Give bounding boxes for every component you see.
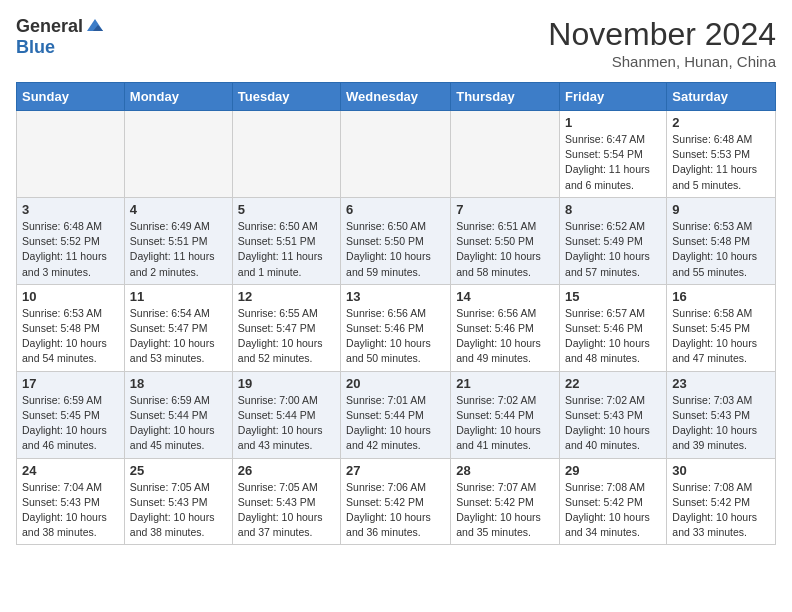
calendar-week-3: 10Sunrise: 6:53 AM Sunset: 5:48 PM Dayli… <box>17 284 776 371</box>
day-info: Sunrise: 7:07 AM Sunset: 5:42 PM Dayligh… <box>456 480 554 541</box>
calendar-cell: 27Sunrise: 7:06 AM Sunset: 5:42 PM Dayli… <box>341 458 451 545</box>
day-info: Sunrise: 6:48 AM Sunset: 5:52 PM Dayligh… <box>22 219 119 280</box>
day-info: Sunrise: 7:00 AM Sunset: 5:44 PM Dayligh… <box>238 393 335 454</box>
calendar-cell: 10Sunrise: 6:53 AM Sunset: 5:48 PM Dayli… <box>17 284 125 371</box>
day-number: 9 <box>672 202 770 217</box>
day-number: 22 <box>565 376 661 391</box>
day-number: 29 <box>565 463 661 478</box>
weekday-header-row: SundayMondayTuesdayWednesdayThursdayFrid… <box>17 83 776 111</box>
day-number: 4 <box>130 202 227 217</box>
calendar-cell: 8Sunrise: 6:52 AM Sunset: 5:49 PM Daylig… <box>560 197 667 284</box>
day-number: 6 <box>346 202 445 217</box>
calendar-week-2: 3Sunrise: 6:48 AM Sunset: 5:52 PM Daylig… <box>17 197 776 284</box>
calendar-cell <box>124 111 232 198</box>
day-info: Sunrise: 7:08 AM Sunset: 5:42 PM Dayligh… <box>672 480 770 541</box>
day-number: 10 <box>22 289 119 304</box>
calendar-cell: 25Sunrise: 7:05 AM Sunset: 5:43 PM Dayli… <box>124 458 232 545</box>
day-number: 18 <box>130 376 227 391</box>
day-info: Sunrise: 6:53 AM Sunset: 5:48 PM Dayligh… <box>22 306 119 367</box>
day-number: 1 <box>565 115 661 130</box>
calendar-cell: 2Sunrise: 6:48 AM Sunset: 5:53 PM Daylig… <box>667 111 776 198</box>
day-info: Sunrise: 6:57 AM Sunset: 5:46 PM Dayligh… <box>565 306 661 367</box>
day-number: 8 <box>565 202 661 217</box>
calendar-cell: 24Sunrise: 7:04 AM Sunset: 5:43 PM Dayli… <box>17 458 125 545</box>
calendar-cell: 17Sunrise: 6:59 AM Sunset: 5:45 PM Dayli… <box>17 371 125 458</box>
day-info: Sunrise: 6:52 AM Sunset: 5:49 PM Dayligh… <box>565 219 661 280</box>
day-info: Sunrise: 7:03 AM Sunset: 5:43 PM Dayligh… <box>672 393 770 454</box>
day-number: 15 <box>565 289 661 304</box>
calendar-cell: 19Sunrise: 7:00 AM Sunset: 5:44 PM Dayli… <box>232 371 340 458</box>
calendar-cell: 20Sunrise: 7:01 AM Sunset: 5:44 PM Dayli… <box>341 371 451 458</box>
day-number: 24 <box>22 463 119 478</box>
day-info: Sunrise: 6:49 AM Sunset: 5:51 PM Dayligh… <box>130 219 227 280</box>
day-number: 16 <box>672 289 770 304</box>
calendar-week-5: 24Sunrise: 7:04 AM Sunset: 5:43 PM Dayli… <box>17 458 776 545</box>
calendar-cell: 6Sunrise: 6:50 AM Sunset: 5:50 PM Daylig… <box>341 197 451 284</box>
calendar-cell <box>451 111 560 198</box>
weekday-header-tuesday: Tuesday <box>232 83 340 111</box>
day-info: Sunrise: 6:56 AM Sunset: 5:46 PM Dayligh… <box>346 306 445 367</box>
calendar-cell: 29Sunrise: 7:08 AM Sunset: 5:42 PM Dayli… <box>560 458 667 545</box>
calendar-cell: 5Sunrise: 6:50 AM Sunset: 5:51 PM Daylig… <box>232 197 340 284</box>
weekday-header-wednesday: Wednesday <box>341 83 451 111</box>
calendar-cell <box>232 111 340 198</box>
calendar-cell: 16Sunrise: 6:58 AM Sunset: 5:45 PM Dayli… <box>667 284 776 371</box>
calendar-week-1: 1Sunrise: 6:47 AM Sunset: 5:54 PM Daylig… <box>17 111 776 198</box>
calendar-cell <box>17 111 125 198</box>
day-number: 2 <box>672 115 770 130</box>
day-number: 28 <box>456 463 554 478</box>
day-number: 14 <box>456 289 554 304</box>
calendar-cell: 18Sunrise: 6:59 AM Sunset: 5:44 PM Dayli… <box>124 371 232 458</box>
day-info: Sunrise: 6:53 AM Sunset: 5:48 PM Dayligh… <box>672 219 770 280</box>
day-info: Sunrise: 6:59 AM Sunset: 5:44 PM Dayligh… <box>130 393 227 454</box>
calendar-cell: 26Sunrise: 7:05 AM Sunset: 5:43 PM Dayli… <box>232 458 340 545</box>
day-number: 5 <box>238 202 335 217</box>
day-info: Sunrise: 6:56 AM Sunset: 5:46 PM Dayligh… <box>456 306 554 367</box>
day-info: Sunrise: 7:02 AM Sunset: 5:43 PM Dayligh… <box>565 393 661 454</box>
day-info: Sunrise: 7:05 AM Sunset: 5:43 PM Dayligh… <box>130 480 227 541</box>
logo: General Blue <box>16 16 105 58</box>
day-number: 20 <box>346 376 445 391</box>
calendar-table: SundayMondayTuesdayWednesdayThursdayFrid… <box>16 82 776 545</box>
calendar-cell: 9Sunrise: 6:53 AM Sunset: 5:48 PM Daylig… <box>667 197 776 284</box>
day-info: Sunrise: 6:48 AM Sunset: 5:53 PM Dayligh… <box>672 132 770 193</box>
day-info: Sunrise: 6:58 AM Sunset: 5:45 PM Dayligh… <box>672 306 770 367</box>
day-info: Sunrise: 6:50 AM Sunset: 5:50 PM Dayligh… <box>346 219 445 280</box>
day-info: Sunrise: 6:55 AM Sunset: 5:47 PM Dayligh… <box>238 306 335 367</box>
day-number: 3 <box>22 202 119 217</box>
day-info: Sunrise: 7:05 AM Sunset: 5:43 PM Dayligh… <box>238 480 335 541</box>
logo-general-text: General <box>16 16 83 37</box>
day-number: 27 <box>346 463 445 478</box>
calendar-cell: 28Sunrise: 7:07 AM Sunset: 5:42 PM Dayli… <box>451 458 560 545</box>
day-info: Sunrise: 6:50 AM Sunset: 5:51 PM Dayligh… <box>238 219 335 280</box>
calendar-cell: 15Sunrise: 6:57 AM Sunset: 5:46 PM Dayli… <box>560 284 667 371</box>
day-info: Sunrise: 6:47 AM Sunset: 5:54 PM Dayligh… <box>565 132 661 193</box>
page-header: General Blue November 2024 Shanmen, Huna… <box>16 16 776 70</box>
day-number: 23 <box>672 376 770 391</box>
calendar-cell: 21Sunrise: 7:02 AM Sunset: 5:44 PM Dayli… <box>451 371 560 458</box>
calendar-cell: 23Sunrise: 7:03 AM Sunset: 5:43 PM Dayli… <box>667 371 776 458</box>
day-info: Sunrise: 7:08 AM Sunset: 5:42 PM Dayligh… <box>565 480 661 541</box>
day-info: Sunrise: 6:54 AM Sunset: 5:47 PM Dayligh… <box>130 306 227 367</box>
day-number: 30 <box>672 463 770 478</box>
weekday-header-friday: Friday <box>560 83 667 111</box>
logo-icon <box>85 17 105 37</box>
day-info: Sunrise: 6:51 AM Sunset: 5:50 PM Dayligh… <box>456 219 554 280</box>
day-number: 17 <box>22 376 119 391</box>
weekday-header-thursday: Thursday <box>451 83 560 111</box>
weekday-header-saturday: Saturday <box>667 83 776 111</box>
calendar-cell: 4Sunrise: 6:49 AM Sunset: 5:51 PM Daylig… <box>124 197 232 284</box>
day-info: Sunrise: 7:06 AM Sunset: 5:42 PM Dayligh… <box>346 480 445 541</box>
logo-blue-text: Blue <box>16 37 55 58</box>
month-title: November 2024 <box>548 16 776 53</box>
day-info: Sunrise: 7:04 AM Sunset: 5:43 PM Dayligh… <box>22 480 119 541</box>
day-number: 7 <box>456 202 554 217</box>
calendar-cell: 13Sunrise: 6:56 AM Sunset: 5:46 PM Dayli… <box>341 284 451 371</box>
day-number: 12 <box>238 289 335 304</box>
title-block: November 2024 Shanmen, Hunan, China <box>548 16 776 70</box>
calendar-cell <box>341 111 451 198</box>
calendar-cell: 14Sunrise: 6:56 AM Sunset: 5:46 PM Dayli… <box>451 284 560 371</box>
day-number: 13 <box>346 289 445 304</box>
location: Shanmen, Hunan, China <box>548 53 776 70</box>
calendar-cell: 7Sunrise: 6:51 AM Sunset: 5:50 PM Daylig… <box>451 197 560 284</box>
